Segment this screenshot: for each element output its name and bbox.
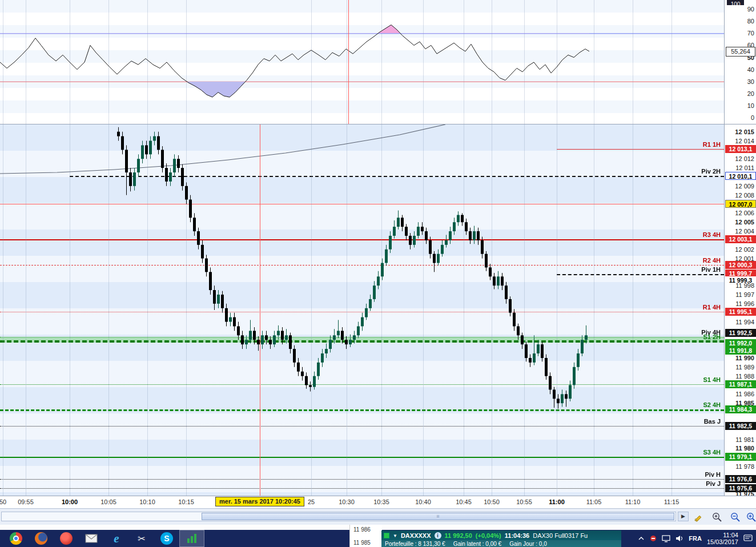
info-icon[interactable]: i (435, 532, 441, 539)
taskbar-icon-skype[interactable]: S (154, 530, 179, 547)
price-tick: 11 986 (735, 391, 754, 397)
price-tick: 11 985 (735, 400, 754, 407)
tray-volume-icon[interactable] (675, 535, 683, 542)
oscillator-tick: 100 (744, 0, 754, 1)
contract-name: DAX30 Full0317 Fu (533, 532, 588, 539)
magnifier-plus-icon (711, 512, 722, 522)
instrument-selector[interactable]: DAXXXXX (401, 532, 431, 539)
magnifier-minus-icon (730, 512, 741, 522)
tray-notification-icon[interactable] (743, 534, 753, 542)
quote-row-main: ▼ DAXXXXX i 11 992,50 (+0,04%) 11:04:36 … (381, 530, 621, 540)
tray-date: 15/03/2017 (707, 538, 738, 545)
price-axis: 12 013,112 010,112 007,012 003,112 000,3… (724, 124, 756, 496)
taskbar-icon-trading-app[interactable] (179, 530, 204, 547)
price-axis-box: 11 979,1 (725, 453, 756, 461)
zoom-out-icon[interactable] (728, 510, 742, 524)
quote-change: (+0,04%) (476, 532, 501, 539)
tray-clock[interactable]: 11:04 15/03/2017 (707, 532, 738, 545)
price-tick: 12 008 (735, 192, 754, 199)
price-tick: 11 981 (735, 436, 754, 443)
unrealized-gain: Gain latent : 0,00 € (453, 541, 502, 547)
price-axis-box: 11 982,5 (725, 422, 756, 430)
oscillator-tick: 20 (747, 90, 754, 97)
time-tick: 10:30 (339, 498, 355, 505)
taskbar-icon-media-red[interactable] (54, 530, 79, 547)
fragment-price-bottom: 11 985 (353, 540, 371, 546)
time-tick: 11:15 (664, 498, 679, 505)
scroll-right-button[interactable]: ▶ (678, 512, 689, 521)
price-tick: 11 990 (735, 355, 754, 361)
taskbar-icon-snipping-tool[interactable]: ✂ (129, 530, 154, 547)
price-axis-box: 12 013,1 (725, 145, 756, 153)
price-axis-box: 11 992,5 (725, 329, 756, 337)
price-axis-box: 12 000,3 (725, 261, 756, 269)
day-gain: Gain Jour : 0,0 (509, 541, 547, 547)
oscillator-tick: 80 (747, 18, 754, 25)
h-scrollbar-thumb[interactable]: ≡ (202, 513, 674, 520)
price-tick: 11 988 (735, 373, 754, 380)
price-chart-plot[interactable] (0, 124, 724, 496)
zoom-in-icon[interactable] (710, 510, 724, 524)
price-axis-box: 11 991,8 (725, 347, 756, 355)
price-axis-box: 12 010,1 (725, 172, 756, 180)
time-tick: 10:00 (62, 498, 78, 505)
time-tick: 11:10 (625, 498, 641, 505)
oscillator-axis: 1009080706050403020100 100 55,264 (724, 0, 756, 124)
language-indicator[interactable]: FRA (689, 535, 702, 542)
price-tick: 12 006 (735, 210, 754, 216)
quote-time: 11:04:36 (505, 532, 529, 539)
price-tick: 11 980 (735, 445, 754, 452)
tray-alert-icon[interactable] (650, 535, 657, 542)
fragment-price-top: 11 986 (353, 526, 371, 533)
oscillator-axis-top-box: 100 (727, 0, 744, 5)
tray-chevron-icon[interactable] (638, 536, 645, 541)
chart-scroll-row: ≡ ▶ (0, 508, 756, 525)
price-tick: 12 002 (735, 246, 754, 253)
oscillator-plot[interactable] (0, 0, 724, 124)
price-tick: 11 994 (735, 319, 754, 325)
price-tick: 11 978 (735, 463, 754, 470)
oscillator-tick: 10 (747, 102, 754, 109)
time-tick: 50 (0, 498, 6, 505)
tray-time: 11:04 (707, 532, 738, 538)
time-tick: 10:50 (484, 498, 500, 505)
time-tick: 25 (308, 498, 315, 505)
price-axis-box: 11 992,0 (725, 339, 756, 347)
chevron-down-icon[interactable]: ▼ (393, 533, 397, 538)
portfolio-value: Portefeuille : 8 131,30 € (385, 541, 445, 547)
cursor-time-label: mer. 15 mars 2017 10:20:45 (215, 497, 304, 506)
price-tick: 12 015 (735, 128, 754, 135)
time-tick: 09:55 (18, 498, 34, 505)
time-tick: 10:45 (456, 498, 472, 505)
oscillator-tick: 70 (747, 30, 754, 37)
taskbar-icon-firefox[interactable] (29, 530, 54, 547)
price-tick: 12 005 (735, 219, 754, 226)
pencil-icon (693, 512, 703, 522)
taskbar-icon-chrome[interactable] (3, 530, 29, 547)
zoom-box-icon[interactable] (744, 510, 756, 524)
oscillator-value-box: 55,264 (726, 47, 755, 57)
tray-display-icon[interactable] (662, 535, 670, 542)
price-axis-box: 11 976,6 (725, 475, 756, 483)
screen: 1009080706050403020100 100 55,264 R1 1HP… (0, 0, 756, 547)
magnifier-plus-blue-icon (746, 512, 756, 522)
price-tick: 12 012 (735, 155, 754, 162)
oscillator-tick: 0 (751, 114, 754, 121)
time-tick: 10:15 (178, 498, 194, 505)
price-tick: 11 996 (735, 300, 754, 307)
price-tick: 11 989 (735, 364, 754, 371)
price-chart-panel: R1 1HPiv 2HR3 4HR2 4HPiv 1HR1 4HPiv 4HS1… (0, 124, 724, 496)
price-tick: 12 011 (735, 164, 754, 171)
h-scrollbar-track[interactable]: ≡ (1, 512, 676, 521)
price-tick: 12 014 (735, 138, 754, 144)
taskbar-icon-internet-explorer[interactable]: e (104, 530, 129, 547)
background-window-fragment: 11 986 11 985 (349, 525, 382, 547)
price-axis-box: 11 987,1 (725, 380, 756, 388)
quote-price: 11 992,50 (445, 532, 472, 539)
price-axis-box: 12 007,0 (725, 200, 756, 208)
time-tick: 10:05 (100, 498, 116, 505)
draw-tool-icon[interactable] (691, 510, 705, 524)
quote-panel: ▼ DAXXXXX i 11 992,50 (+0,04%) 11:04:36 … (381, 530, 621, 547)
taskbar-icon-mail[interactable] (79, 530, 104, 547)
time-tick: 10:10 (139, 498, 155, 505)
